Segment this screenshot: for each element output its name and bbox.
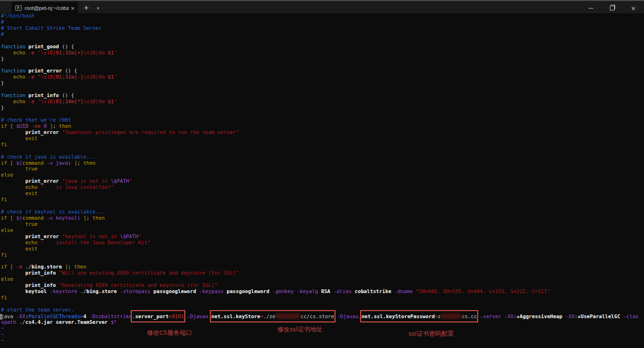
maximize-button[interactable] bbox=[601, 2, 623, 14]
code-line: exit bbox=[1, 191, 644, 197]
code-line: fi bbox=[1, 142, 644, 148]
code-line bbox=[1, 148, 644, 154]
annotation-box: .server_port=9101 bbox=[132, 313, 184, 320]
code-line: print_error "Superuser privileges are re… bbox=[1, 130, 644, 136]
terminal-content[interactable]: #!/bin/bash## Start Cobalt Strike Team S… bbox=[0, 13, 644, 348]
terminal-window: root@pet-nj:~/cobaltstrike4.4 × + ∨ × #!… bbox=[0, 0, 644, 348]
annotation-label: 修改CS服务端口 bbox=[147, 329, 192, 337]
code-line: print_info "Will use existing X509 certi… bbox=[1, 270, 644, 277]
code-line: fi bbox=[1, 295, 644, 301]
annotation-box: net.ssl.keyStore=./zecc/cs.store bbox=[211, 313, 334, 320]
terminal-icon bbox=[15, 5, 22, 11]
tab-close-icon[interactable]: × bbox=[71, 5, 75, 11]
titlebar: root@pet-nj:~/cobaltstrike4.4 × + ∨ × bbox=[0, 0, 644, 13]
code-line: # check if java is available... bbox=[1, 154, 644, 161]
annotation-label: ssl证书密码配置 bbox=[408, 330, 454, 338]
code-line: ~ bbox=[1, 326, 644, 332]
code-line: exit bbox=[1, 136, 644, 142]
code-line: spath ./cs4.4.jar server.TeamServer $* bbox=[1, 320, 644, 326]
annotation-label: 修改ssl证书地址 bbox=[277, 325, 322, 334]
code-line: fi bbox=[1, 197, 644, 203]
minimize-icon bbox=[589, 8, 593, 9]
code-line: true bbox=[1, 222, 644, 228]
annotation-box: net.ssl.keyStorePassword=zcs.cc bbox=[362, 313, 477, 320]
vim-statusline: "teamserver" 50L, 1333C 50,1 All bbox=[0, 341, 644, 348]
restore-icon bbox=[610, 6, 615, 10]
code-line: keytool -keystore ./bing.store -storepas… bbox=[1, 289, 644, 295]
code-line: if [ $(command -v java) ]; then bbox=[1, 161, 644, 167]
window-controls: × bbox=[580, 2, 644, 14]
tab-dropdown-icon[interactable]: ∨ bbox=[93, 2, 103, 14]
code-line bbox=[1, 259, 644, 265]
tab-title: root@pet-nj:~/cobaltstrike4.4 bbox=[25, 5, 69, 11]
code-line: } bbox=[1, 80, 644, 87]
code-area: #!/bin/bash## Start Cobalt Strike Team S… bbox=[0, 13, 644, 344]
code-line: echo " install the Java Developer Kit" bbox=[1, 240, 644, 246]
code-line: } bbox=[1, 56, 644, 62]
code-line: # bbox=[1, 32, 644, 38]
vim-cursor bbox=[0, 314, 1, 320]
new-tab-button[interactable]: + bbox=[81, 2, 92, 14]
code-line: if [ $(command -v keytool) ]; then bbox=[1, 215, 644, 222]
code-line: echo -e "\x1B[01;34m[*]\x1B[0m $1" bbox=[1, 99, 644, 105]
tab-active[interactable]: root@pet-nj:~/cobaltstrike4.4 × bbox=[11, 2, 78, 14]
code-line: # Start Cobalt Strike Team Server bbox=[1, 26, 644, 32]
code-line bbox=[1, 38, 644, 44]
code-line: # check that we're r00t bbox=[1, 117, 644, 124]
code-line bbox=[1, 301, 644, 307]
code-line: ~ bbox=[1, 332, 644, 338]
close-button[interactable]: × bbox=[623, 2, 644, 14]
code-line: true bbox=[1, 166, 644, 172]
code-line bbox=[1, 62, 644, 69]
code-line: fi bbox=[1, 252, 644, 259]
code-line: # start the team server. bbox=[1, 307, 644, 313]
minimize-button[interactable] bbox=[580, 2, 601, 14]
code-line: echo -e "\x1B[01;32m[+]\x1B[0m $1" bbox=[1, 50, 644, 56]
code-line: echo -e "\x1B[01;31m[-]\x1B[0m $1" bbox=[1, 74, 644, 80]
code-line bbox=[1, 111, 644, 117]
redacted-blur bbox=[441, 313, 462, 319]
code-line: exit bbox=[1, 246, 644, 252]
code-line: echo " is Java installed?" bbox=[1, 185, 644, 191]
code-line: } bbox=[1, 105, 644, 111]
code-line: #!/bin/bash bbox=[1, 13, 644, 19]
redacted-blur bbox=[275, 313, 300, 319]
code-line bbox=[1, 87, 644, 93]
